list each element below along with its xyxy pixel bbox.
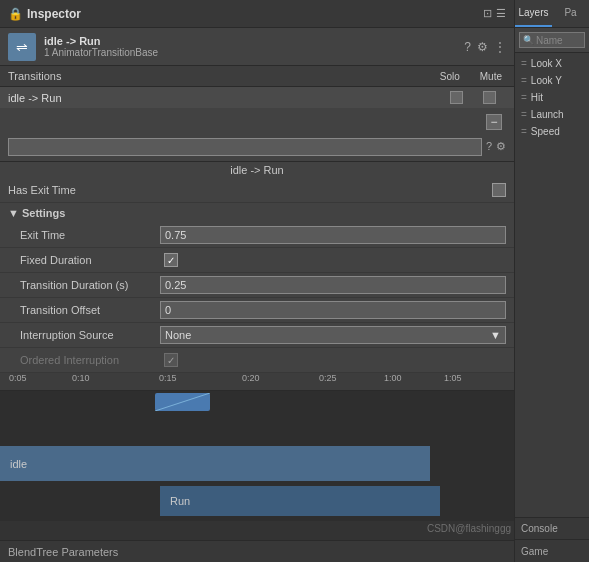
watermark: CSDN@flashinggg <box>427 523 511 534</box>
lock-icon: 🔒 <box>8 7 23 21</box>
transition-offset-row: Transition Offset <box>0 298 514 323</box>
transition-name: idle -> Run <box>44 35 456 47</box>
condition-icons: ? ⚙ <box>486 140 506 153</box>
search-icon: 🔍 <box>523 35 534 45</box>
transition-duration-row: Transition Duration (s) <box>0 273 514 298</box>
interruption-source-row: Interruption Source None ▼ <box>0 323 514 348</box>
run-track[interactable]: Run <box>160 486 440 516</box>
transition-offset-input[interactable] <box>160 301 506 319</box>
layers-search-box: 🔍 Name <box>519 32 585 48</box>
console-label: Console <box>515 518 589 540</box>
right-panel-tabs: Layers Pa <box>515 0 589 28</box>
equals-icon-1: = <box>521 58 527 69</box>
equals-icon-2: = <box>521 75 527 86</box>
timeline-tracks: idle Run <box>0 391 514 521</box>
layer-name-3: Hit <box>531 92 543 103</box>
ruler-mark-3: 0:15 <box>159 373 177 383</box>
settings-header[interactable]: ▼ Settings <box>0 203 514 223</box>
ruler-mark-5: 0:25 <box>319 373 337 383</box>
maximize-icon[interactable]: ⊡ <box>483 7 492 20</box>
interruption-source-dropdown[interactable]: None ▼ <box>160 326 506 344</box>
timeline-area: 0:05 0:10 0:15 0:20 0:25 1:00 1:05 idle <box>0 373 514 540</box>
transition-duration-label: Transition Duration (s) <box>20 279 160 291</box>
ruler-mark-4: 0:20 <box>242 373 260 383</box>
header-icons: ⊡ ☰ <box>483 7 506 20</box>
chevron-down-icon: ▼ <box>490 329 501 341</box>
condition-help-icon[interactable]: ? <box>486 140 492 153</box>
help-icon[interactable]: ? <box>464 40 471 54</box>
transition-titlebar-icons: ? ⚙ ⋮ <box>464 40 506 54</box>
layers-search-header: 🔍 Name <box>515 28 589 53</box>
condition-name-bar: idle -> Run <box>0 162 514 178</box>
condition-input[interactable] <box>8 138 482 156</box>
transition-duration-input[interactable] <box>160 276 506 294</box>
ruler-marks: 0:05 0:10 0:15 0:20 0:25 1:00 1:05 <box>4 373 510 390</box>
transition-icon: ⇌ <box>8 33 36 61</box>
interruption-source-label: Interruption Source <box>20 329 160 341</box>
transitions-solo-mute: Solo Mute <box>440 71 506 82</box>
ruler-mark-7: 1:05 <box>444 373 462 383</box>
console-text: Console <box>521 523 558 534</box>
ordered-interruption-label: Ordered Interruption <box>20 354 160 366</box>
exit-time-input[interactable] <box>160 226 506 244</box>
layer-name-5: Speed <box>531 126 560 137</box>
transition-row[interactable]: idle -> Run <box>0 87 514 108</box>
has-exit-time-checkbox[interactable] <box>492 183 506 197</box>
svg-line-0 <box>155 393 210 411</box>
game-label: Game <box>515 540 589 562</box>
remove-transition-button[interactable]: − <box>486 114 502 130</box>
ordered-interruption-value: ✓ <box>160 351 506 369</box>
fixed-duration-label: Fixed Duration <box>20 254 160 266</box>
layer-name-2: Look Y <box>531 75 562 86</box>
inspector-header: 🔒 Inspector ⊡ ☰ <box>0 0 514 28</box>
transitions-label: Transitions <box>8 70 440 82</box>
idle-track[interactable]: idle <box>0 446 430 481</box>
layers-list: = Look X = Look Y = Hit = Launch = Speed <box>515 53 589 142</box>
minus-row: − <box>0 108 514 132</box>
layer-name-4: Launch <box>531 109 564 120</box>
ordered-interruption-checkbox: ✓ <box>164 353 178 367</box>
layers-tab[interactable]: Layers <box>515 0 552 27</box>
bottom-label-text: BlendTree Parameters <box>8 546 118 558</box>
transition-offset-label: Transition Offset <box>20 304 160 316</box>
mute-checkbox[interactable] <box>483 91 496 104</box>
solo-checkbox[interactable] <box>450 91 463 104</box>
exit-time-label: Exit Time <box>20 229 160 241</box>
settings-header-label: ▼ Settings <box>8 207 65 219</box>
condition-name: idle -> Run <box>227 161 287 179</box>
params-tab[interactable]: Pa <box>552 0 589 27</box>
transition-indicator <box>155 393 210 411</box>
equals-icon-3: = <box>521 92 527 103</box>
options-icon[interactable]: ⋮ <box>494 40 506 54</box>
run-track-label: Run <box>170 495 190 507</box>
transitions-header-row: Transitions Solo Mute <box>0 66 514 87</box>
equals-icon-4: = <box>521 109 527 120</box>
transition-row-name: idle -> Run <box>8 92 440 104</box>
transition-info: idle -> Run 1 AnimatorTransitionBase <box>44 35 456 58</box>
fixed-duration-value: ✓ <box>160 251 506 269</box>
list-item[interactable]: = Speed <box>515 123 589 140</box>
condition-bar: ? ⚙ <box>0 132 514 162</box>
timeline-ruler: 0:05 0:10 0:15 0:20 0:25 1:00 1:05 <box>0 373 514 391</box>
transition-base: 1 AnimatorTransitionBase <box>44 47 456 58</box>
list-item[interactable]: = Launch <box>515 106 589 123</box>
condition-settings-icon[interactable]: ⚙ <box>496 140 506 153</box>
transition-titlebar: ⇌ idle -> Run 1 AnimatorTransitionBase ?… <box>0 28 514 66</box>
settings-icon[interactable]: ⚙ <box>477 40 488 54</box>
fixed-duration-checkbox[interactable]: ✓ <box>164 253 178 267</box>
idle-track-label: idle <box>10 458 27 470</box>
ruler-mark-2: 0:10 <box>72 373 90 383</box>
list-item[interactable]: = Look X <box>515 55 589 72</box>
menu-icon[interactable]: ☰ <box>496 7 506 20</box>
list-item[interactable]: = Hit <box>515 89 589 106</box>
settings-section: Has Exit Time ▼ Settings Exit Time Fixed… <box>0 178 514 373</box>
ruler-mark-6: 1:00 <box>384 373 402 383</box>
search-placeholder: Name <box>536 35 563 46</box>
has-exit-time-label: Has Exit Time <box>8 184 492 196</box>
list-item[interactable]: = Look Y <box>515 72 589 89</box>
solo-label: Solo <box>440 71 460 82</box>
ruler-mark-1: 0:05 <box>9 373 27 383</box>
inspector-title: Inspector <box>27 7 479 21</box>
game-text: Game <box>521 546 548 557</box>
exit-time-row: Exit Time <box>0 223 514 248</box>
